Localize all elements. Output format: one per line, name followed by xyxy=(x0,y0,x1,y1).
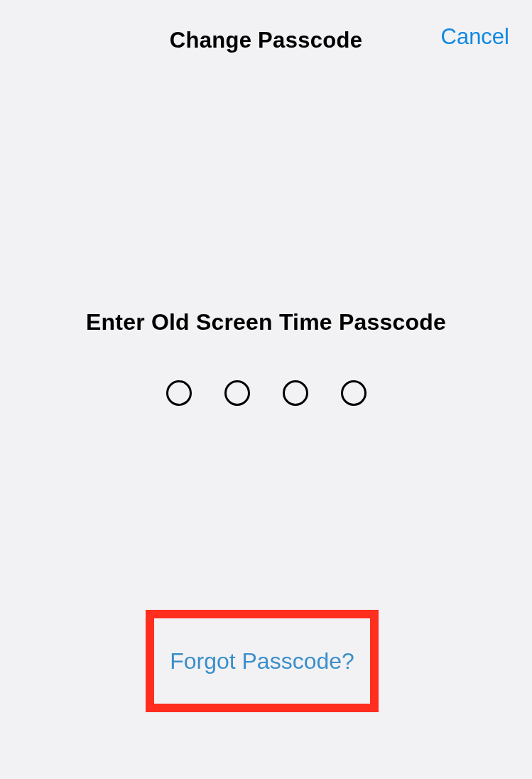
passcode-dot xyxy=(341,380,367,406)
forgot-passcode-button[interactable]: Forgot Passcode? xyxy=(170,648,354,675)
highlight-annotation: Forgot Passcode? xyxy=(146,610,379,712)
cancel-button[interactable]: Cancel xyxy=(441,24,510,50)
passcode-input[interactable] xyxy=(166,380,367,406)
content-area: Enter Old Screen Time Passcode xyxy=(0,57,532,406)
passcode-dot xyxy=(224,380,250,406)
page-title: Change Passcode xyxy=(170,28,363,53)
passcode-prompt: Enter Old Screen Time Passcode xyxy=(86,309,446,335)
passcode-dot xyxy=(283,380,308,406)
passcode-dot xyxy=(166,380,192,406)
header: Change Passcode Cancel xyxy=(0,0,532,57)
